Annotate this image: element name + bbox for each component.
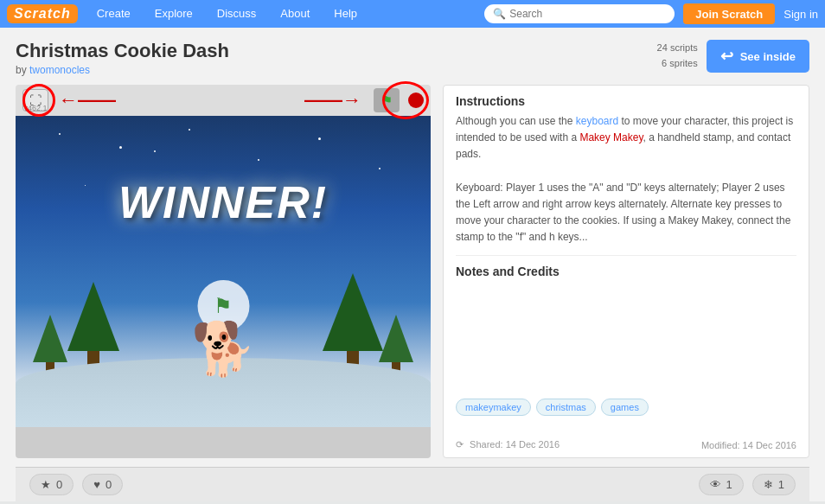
arrow-left-icon: ←—— <box>59 89 116 112</box>
version-badge: v462.1 <box>23 104 48 112</box>
author-link[interactable]: twomonocles <box>29 64 90 76</box>
remix-icon: ❄ <box>764 478 773 491</box>
heart-icon: ♥ <box>93 478 100 491</box>
scratch-logo[interactable]: Scratch <box>7 4 78 23</box>
love-button[interactable]: ★ 0 <box>29 474 74 495</box>
project-header: Christmas Cookie Dash by twomonocles 24 … <box>16 40 809 76</box>
nav-about[interactable]: About <box>268 0 322 28</box>
tag-makeymakey[interactable]: makeymakey <box>456 399 531 416</box>
tree-left-1 <box>33 315 67 375</box>
modified-date: Modified: 14 Dec 2016 <box>701 440 796 450</box>
green-flag-button[interactable]: ⚑ <box>374 88 400 112</box>
favorite-button[interactable]: ♥ 0 <box>82 474 123 495</box>
stage-container: ⛶ v462.1 ←—— ——→ ⚑ <box>16 85 431 458</box>
notes-section: Notes and Credits <box>444 256 809 292</box>
eye-icon: 👁 <box>710 478 721 491</box>
green-flag-icon: ⚑ <box>381 93 393 109</box>
instructions-text: Although you can use the keyboard to mov… <box>456 113 796 246</box>
tree-left-2 <box>67 282 119 367</box>
dog-character: 🐕 <box>191 323 256 375</box>
tree-right-1 <box>379 315 413 375</box>
fav-count: 0 <box>106 478 112 491</box>
shared-info: ⟳ Shared: 14 Dec 2016 Modified: 14 Dec 2… <box>456 439 796 450</box>
project-title: Christmas Cookie Dash <box>16 40 229 62</box>
instructions-section: Instructions Although you can use the ke… <box>444 86 809 255</box>
winner-text: WINNER! <box>118 176 328 228</box>
view-count: 👁 1 <box>699 474 744 495</box>
remix-count: ❄ 1 <box>752 474 796 495</box>
instructions-heading: Instructions <box>456 94 796 108</box>
view-number: 1 <box>726 478 732 491</box>
search-input[interactable] <box>509 8 666 20</box>
search-icon: 🔍 <box>493 8 506 20</box>
remix-number: 1 <box>778 478 784 491</box>
project-area: ⛶ v462.1 ←—— ——→ ⚑ <box>16 85 809 458</box>
fullscreen-button[interactable]: ⛶ v462.1 <box>22 89 48 112</box>
shared-date: ⟳ Shared: 14 Dec 2016 <box>456 439 560 450</box>
stage-controls: ⛶ v462.1 ←—— ——→ ⚑ <box>16 85 431 116</box>
right-panel: Instructions Although you can use the ke… <box>443 85 809 458</box>
nav-help[interactable]: Help <box>322 0 369 28</box>
project-meta-right: 24 scripts 6 sprites ↩ See inside <box>657 40 809 73</box>
game-character: ⚑ 🐕 <box>191 280 256 375</box>
nav-discuss[interactable]: Discuss <box>205 0 269 28</box>
nav-explore[interactable]: Explore <box>143 0 205 28</box>
character-flag-icon: ⚑ <box>214 294 233 318</box>
stage-bottom-bar <box>16 427 431 458</box>
nav-create[interactable]: Create <box>85 0 143 28</box>
star-icon: ★ <box>41 478 51 491</box>
arrow-right-icon: ——→ <box>304 89 361 111</box>
see-inside-button[interactable]: ↩ See inside <box>707 40 809 73</box>
tags-section: makeymakey christmas games <box>444 392 809 423</box>
notes-heading: Notes and Credits <box>456 265 796 278</box>
script-count: 24 scripts 6 sprites <box>657 41 698 71</box>
tree-right-2 <box>323 273 383 367</box>
main-container: Christmas Cookie Dash by twomonocles 24 … <box>0 28 825 501</box>
sign-in-link[interactable]: Sign in <box>783 8 818 21</box>
bottom-right: 👁 1 ❄ 1 <box>699 474 796 495</box>
project-title-area: Christmas Cookie Dash by twomonocles <box>16 40 229 76</box>
stage-controls-right: ⚑ <box>374 88 424 112</box>
tag-christmas[interactable]: christmas <box>536 399 596 416</box>
project-author: by twomonocles <box>16 64 229 76</box>
bottom-bar: ★ 0 ♥ 0 👁 1 ❄ 1 <box>16 467 809 501</box>
search-bar: 🔍 <box>484 4 675 23</box>
see-inside-icon: ↩ <box>720 47 733 66</box>
navigation: Scratch Create Explore Discuss About Hel… <box>0 0 825 28</box>
stop-button[interactable] <box>408 93 424 108</box>
tag-games[interactable]: games <box>601 399 649 416</box>
love-count: 0 <box>56 478 62 491</box>
shared-icon: ⟳ <box>456 439 464 450</box>
stage-canvas[interactable]: WINNER! <box>16 116 431 427</box>
join-scratch-button[interactable]: Join Scratch <box>683 3 775 24</box>
